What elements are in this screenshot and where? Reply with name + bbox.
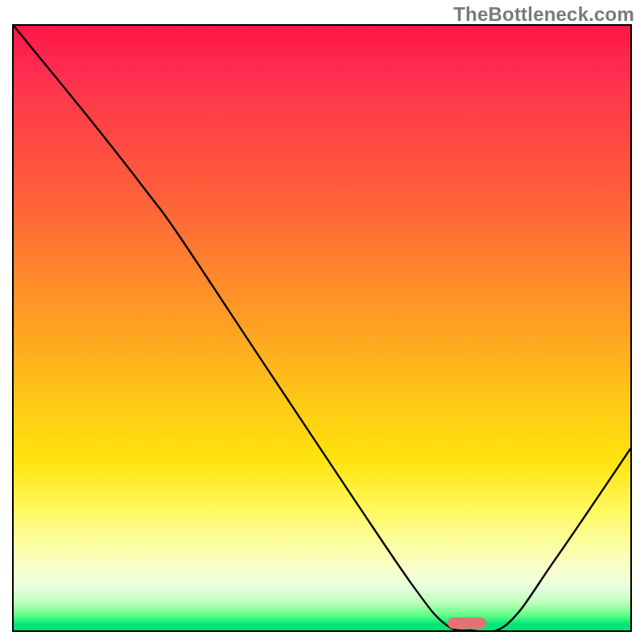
optimal-range-marker [448, 617, 486, 629]
watermark-text: TheBottleneck.com [453, 3, 634, 26]
chart-frame [12, 24, 632, 632]
gradient-background [14, 26, 630, 630]
